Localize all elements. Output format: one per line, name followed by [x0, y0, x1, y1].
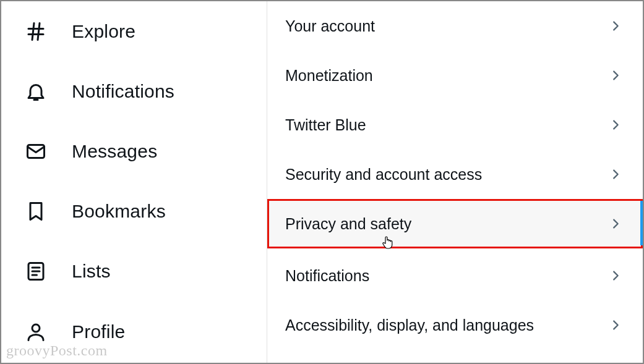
- svg-line-2: [32, 23, 34, 40]
- active-indicator: [640, 201, 643, 245]
- settings-label: Notifications: [285, 267, 369, 285]
- nav-item-bookmarks[interactable]: Bookmarks: [1, 181, 267, 241]
- chevron-right-icon: [609, 19, 622, 33]
- nav-label-messages: Messages: [72, 141, 157, 162]
- settings-item-your-account[interactable]: Your account: [267, 1, 643, 51]
- primary-nav: Explore Notifications Messages: [1, 1, 267, 363]
- nav-label-lists: Lists: [72, 261, 111, 282]
- settings-item-twitter-blue[interactable]: Twitter Blue: [267, 100, 643, 150]
- chevron-right-icon: [609, 217, 622, 231]
- settings-item-security-access[interactable]: Security and account access: [267, 150, 643, 199]
- settings-item-notifications[interactable]: Notifications: [267, 251, 643, 300]
- nav-label-profile: Profile: [72, 321, 125, 342]
- nav-item-lists[interactable]: Lists: [1, 241, 267, 301]
- bookmark-icon: [24, 199, 48, 224]
- hash-icon: [24, 19, 48, 44]
- settings-item-privacy-safety[interactable]: Privacy and safety: [267, 199, 643, 248]
- nav-item-explore[interactable]: Explore: [1, 1, 267, 61]
- chevron-right-icon: [609, 69, 622, 82]
- settings-list: Your account Monetization Twitter Blue S…: [267, 1, 643, 363]
- bell-icon: [24, 79, 48, 104]
- settings-label: Twitter Blue: [285, 116, 366, 134]
- list-icon: [24, 259, 48, 284]
- chevron-right-icon: [609, 269, 622, 282]
- settings-item-accessibility[interactable]: Accessibility, display, and languages: [267, 300, 643, 350]
- settings-label: Security and account access: [285, 166, 482, 184]
- settings-label: Your account: [285, 17, 375, 35]
- settings-label: Accessibility, display, and languages: [285, 316, 534, 334]
- mail-icon: [24, 139, 48, 164]
- nav-item-profile[interactable]: Profile: [1, 301, 267, 350]
- chevron-right-icon: [609, 318, 622, 332]
- settings-label: Privacy and safety: [285, 215, 411, 233]
- svg-line-3: [38, 23, 40, 40]
- chevron-right-icon: [609, 118, 622, 132]
- settings-item-monetization[interactable]: Monetization: [267, 51, 643, 100]
- nav-item-messages[interactable]: Messages: [1, 121, 267, 181]
- nav-label-notifications: Notifications: [72, 81, 174, 102]
- nav-label-bookmarks: Bookmarks: [72, 201, 166, 222]
- nav-item-notifications[interactable]: Notifications: [1, 61, 267, 121]
- chevron-right-icon: [609, 167, 622, 181]
- nav-label-explore: Explore: [72, 21, 135, 42]
- profile-icon: [24, 320, 48, 344]
- settings-label: Monetization: [285, 67, 373, 85]
- svg-point-9: [32, 324, 40, 332]
